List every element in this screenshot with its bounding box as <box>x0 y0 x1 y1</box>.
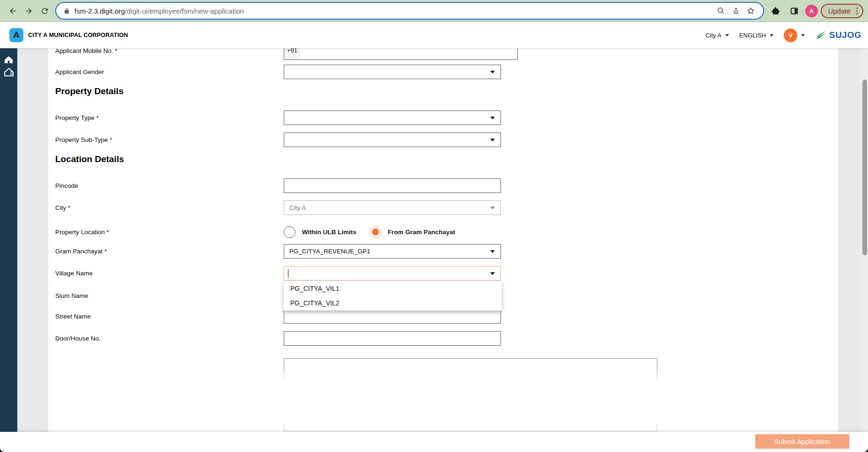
more-menu-icon[interactable] <box>855 7 859 15</box>
update-label: Update <box>828 7 851 15</box>
text-cursor <box>288 269 288 278</box>
sujog-brand-logo: SUJOG <box>815 30 861 41</box>
field-label-village: Village Name <box>55 270 93 277</box>
field-label-property-location: Property Location * <box>55 229 109 236</box>
app-header: A CITY A MUNICIPAL CORPORATION City A EN… <box>0 22 868 48</box>
side-panel-icon[interactable] <box>787 3 802 19</box>
fsm-module-icon[interactable] <box>4 67 14 77</box>
extensions-puzzle-icon[interactable] <box>768 3 784 19</box>
radio-within-ulb-limits[interactable] <box>284 226 295 238</box>
gender-dropdown[interactable] <box>284 65 501 79</box>
org-title: CITY A MUNICIPAL CORPORATION <box>28 32 128 38</box>
submit-application-button[interactable]: Submit Application <box>755 434 849 449</box>
chevron-down-icon <box>490 117 495 119</box>
property-subtype-dropdown[interactable] <box>284 133 501 147</box>
browser-actions: A Update <box>768 3 863 19</box>
village-dropdown-menu: PG_CITYA_VIL1 PG_CITYA_VIL2 <box>284 281 502 311</box>
bottom-fade-overlay <box>211 366 730 424</box>
field-label-property-type: Property Type * <box>55 114 99 121</box>
city-value: City A <box>289 204 306 211</box>
bottom-action-bar: Submit Application <box>0 432 868 452</box>
chevron-down-icon <box>770 34 773 37</box>
door-house-no-input[interactable] <box>284 331 501 346</box>
chevron-down-icon <box>490 139 495 141</box>
property-location-radio-group: Within ULB Limits From Gram Panchayat <box>284 225 462 238</box>
city-logo: A <box>9 28 23 42</box>
section-heading-property-details: Property Details <box>55 86 124 96</box>
field-label-slum: Slum Name <box>55 292 88 299</box>
city-dropdown-disabled: City A <box>284 200 501 215</box>
field-label-street: Street Name <box>55 313 91 320</box>
bottom-fade-overlay-2 <box>211 424 730 432</box>
back-icon[interactable] <box>5 3 21 19</box>
browser-toolbar: fsm-2.3.digit.org/digit-ui/employee/fsm/… <box>0 0 868 22</box>
chevron-down-icon <box>725 34 729 37</box>
section-heading-location-details: Location Details <box>55 154 124 164</box>
field-label-mobile: Applicant Mobile No. * <box>55 47 118 54</box>
url-path: /digit-ui/employee/fsm/new-application <box>125 7 244 15</box>
page-scrollbar-thumb[interactable] <box>862 80 867 255</box>
application-window: fsm-2.3.digit.org/digit-ui/employee/fsm/… <box>0 0 868 452</box>
user-avatar[interactable]: V <box>784 29 797 42</box>
address-bar[interactable]: fsm-2.3.digit.org/digit-ui/employee/fsm/… <box>56 3 763 19</box>
radio-label-within-ulb[interactable]: Within ULB Limits <box>302 229 356 236</box>
city-selector-value: City A <box>706 32 721 39</box>
left-sidebar <box>0 48 17 432</box>
url-domain: fsm-2.3.digit.org <box>74 7 125 15</box>
field-label-gender: Applicant Gender <box>55 68 104 75</box>
gram-panchayat-dropdown[interactable]: PG_CITYA_REVENUE_GP1 <box>284 244 501 259</box>
language-selector-value: ENGLISH <box>739 32 766 39</box>
chevron-down-icon <box>490 207 495 209</box>
radio-from-gram-panchayat-selected[interactable] <box>369 226 381 238</box>
village-dropdown-focused[interactable] <box>284 266 501 281</box>
field-label-gram-panchayat: Gram Panchayat * <box>55 248 107 255</box>
field-label-door: Door/House No. <box>55 335 101 342</box>
chevron-down-icon <box>490 272 495 275</box>
chevron-down-icon <box>490 250 495 253</box>
share-icon[interactable] <box>728 3 743 18</box>
pincode-input[interactable] <box>284 178 501 193</box>
village-option-2[interactable]: PG_CITYA_VIL2 <box>284 296 502 311</box>
field-label-city: City * <box>55 204 70 211</box>
property-type-dropdown[interactable] <box>284 111 501 125</box>
chevron-down-icon <box>490 71 495 74</box>
page-scrollbar-track[interactable] <box>861 48 868 432</box>
reload-icon[interactable] <box>37 3 52 19</box>
field-label-property-subtype: Property Sub-Type * <box>55 136 112 143</box>
field-label-pincode: Pincode <box>55 182 78 189</box>
browser-update-button[interactable]: Update <box>821 4 863 18</box>
user-menu[interactable]: V <box>784 29 805 42</box>
forward-icon[interactable] <box>21 3 37 19</box>
browser-profile-avatar[interactable]: A <box>805 5 818 17</box>
home-icon[interactable] <box>4 55 14 64</box>
sujog-leaf-icon <box>815 30 827 41</box>
header-right: City A ENGLISH V SUJOG <box>706 29 861 42</box>
radio-label-gram-panchayat[interactable]: From Gram Panchayat <box>388 229 455 236</box>
city-selector[interactable]: City A <box>706 32 729 39</box>
chevron-down-icon <box>801 34 805 37</box>
lock-icon <box>64 7 70 15</box>
url-text: fsm-2.3.digit.org/digit-ui/employee/fsm/… <box>74 7 714 15</box>
brand-name: SUJOG <box>829 30 861 40</box>
language-selector[interactable]: ENGLISH <box>739 32 773 39</box>
gram-panchayat-value: PG_CITYA_REVENUE_GP1 <box>289 248 370 255</box>
street-name-input[interactable] <box>284 309 501 324</box>
village-option-1[interactable]: PG_CITYA_VIL1 <box>284 282 502 296</box>
search-icon[interactable] <box>714 3 728 18</box>
star-icon[interactable] <box>743 3 758 18</box>
